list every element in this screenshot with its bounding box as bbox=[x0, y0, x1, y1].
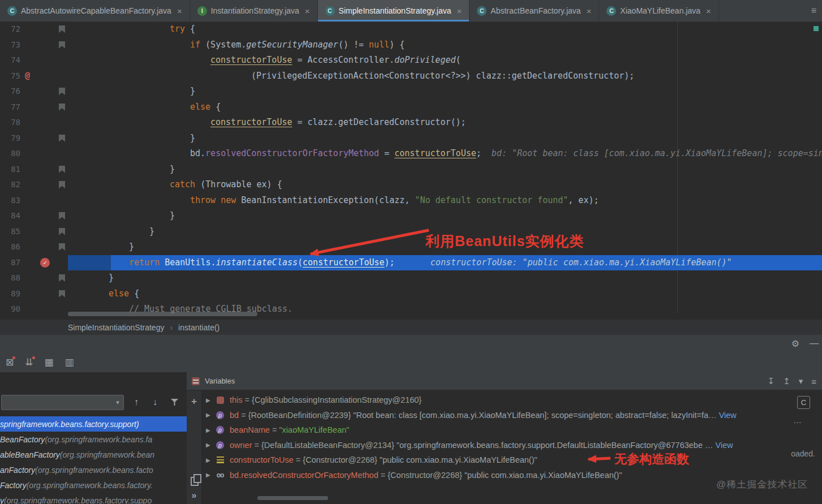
expand-arrow-icon[interactable]: ▶ bbox=[206, 397, 216, 403]
bookmark-icon[interactable] bbox=[59, 274, 65, 282]
bookmark-icon[interactable] bbox=[59, 228, 65, 235]
frame-row[interactable]: springframework.beans.factory.support) bbox=[0, 416, 187, 432]
code-line[interactable]: 72try { bbox=[0, 21, 822, 37]
close-tab-icon[interactable]: ⊠ bbox=[6, 357, 14, 367]
bookmark-icon[interactable] bbox=[59, 41, 65, 49]
expand-arrow-icon[interactable]: ▶ bbox=[206, 412, 216, 418]
line-number: 84 bbox=[0, 208, 20, 224]
frame-row[interactable]: ableBeanFactory (org.springframework.bea… bbox=[0, 447, 187, 462]
code-editor[interactable]: 72try {73if (System.getSecurityManager()… bbox=[0, 21, 822, 320]
gutter: 74 bbox=[0, 53, 68, 68]
breadcrumb-item[interactable]: instantiate() bbox=[178, 323, 220, 332]
code-line[interactable]: 73if (System.getSecurityManager() != nul… bbox=[0, 37, 822, 53]
breadcrumb-item[interactable]: SimpleInstantiationStrategy bbox=[68, 323, 164, 332]
step-filter-icon[interactable]: ⇊ bbox=[25, 357, 33, 367]
filter-icon[interactable] bbox=[171, 399, 178, 406]
code-line[interactable]: 84} bbox=[0, 208, 822, 224]
view-link[interactable]: View bbox=[716, 441, 733, 450]
add-watch-icon[interactable]: + bbox=[190, 396, 199, 407]
view-as-table-icon[interactable]: ▦ bbox=[45, 357, 54, 367]
bookmark-icon[interactable] bbox=[59, 290, 65, 298]
expand-arrow-icon[interactable]: ▶ bbox=[206, 472, 216, 478]
variable-text: bd = {RootBeanDefinition@2239} "Root bea… bbox=[230, 411, 737, 420]
code-line[interactable]: 90// Must generate CGLIB subclass. bbox=[0, 301, 822, 317]
code-line[interactable]: 86} bbox=[0, 239, 822, 255]
gutter: 85 bbox=[0, 224, 68, 240]
bookmark-icon[interactable] bbox=[59, 25, 65, 33]
gutter: 89 bbox=[0, 286, 68, 302]
close-icon[interactable]: × bbox=[706, 6, 711, 16]
code-line[interactable]: 78constructorToUse = clazz.getDeclaredCo… bbox=[0, 115, 822, 131]
variables-hscrollbar[interactable] bbox=[257, 496, 328, 500]
frame-row[interactable]: Factory (org.springframework.beans.facto… bbox=[0, 477, 187, 493]
code-line[interactable]: 76} bbox=[0, 84, 822, 100]
variable-row[interactable]: ▶this = {CglibSubclassingInstantiationSt… bbox=[201, 393, 822, 408]
frames-combobox[interactable]: ▾ bbox=[1, 395, 124, 410]
settings-gear-icon[interactable]: ⚙ bbox=[791, 338, 799, 349]
breakpoint-icon[interactable]: ✓ bbox=[40, 258, 50, 268]
code-text: constructorToUse = clazz.getDeclaredCons… bbox=[68, 115, 822, 131]
close-icon[interactable]: × bbox=[305, 6, 310, 16]
bookmark-icon[interactable] bbox=[59, 181, 65, 188]
bookmark-icon[interactable] bbox=[59, 166, 65, 173]
close-icon[interactable]: × bbox=[587, 6, 592, 16]
variable-row[interactable]: ▶pbd = {RootBeanDefinition@2239} "Root b… bbox=[201, 408, 822, 423]
code-line[interactable]: 74constructorToUse = AccessController.do… bbox=[0, 53, 822, 68]
editor-tab[interactable]: CXiaoMaYLifeBean.java× bbox=[599, 0, 718, 21]
bookmark-icon[interactable] bbox=[59, 212, 65, 219]
next-frame-icon[interactable]: ↓ bbox=[153, 396, 157, 408]
code-line[interactable]: 82catch (Throwable ex) { bbox=[0, 177, 822, 193]
gutter: 73 bbox=[0, 37, 68, 53]
menu-icon[interactable]: ≡ bbox=[811, 377, 816, 386]
ellipsis-icon[interactable]: … bbox=[793, 415, 802, 425]
layout-settings-icon[interactable]: ▥ bbox=[65, 357, 74, 367]
bookmark-icon[interactable] bbox=[59, 104, 65, 111]
chevron-down-icon[interactable]: ▾ bbox=[112, 399, 123, 406]
scroll-to-end-icon[interactable]: ↧ bbox=[768, 376, 775, 386]
variable-text: owner = {DefaultListableBeanFactory@2134… bbox=[230, 441, 733, 450]
param-icon: p bbox=[216, 441, 224, 449]
line-number: 76 bbox=[0, 84, 20, 100]
code-line[interactable]: 75@(PrivilegedExceptionAction<Constructo… bbox=[0, 68, 822, 84]
code-line[interactable]: 81} bbox=[0, 162, 822, 178]
param-icon: p bbox=[216, 426, 224, 434]
code-line[interactable]: 89else { bbox=[0, 286, 822, 302]
editor-tab[interactable]: CSimpleInstantiationStrategy.java× bbox=[318, 0, 470, 21]
view-link[interactable]: View bbox=[719, 411, 737, 420]
previous-frame-icon[interactable]: ↑ bbox=[134, 396, 139, 408]
editor-tab[interactable]: IInstantiationStrategy.java× bbox=[190, 0, 318, 21]
expand-arrow-icon[interactable]: ▶ bbox=[206, 457, 216, 463]
bookmark-icon[interactable] bbox=[59, 88, 65, 95]
code-line[interactable]: 79} bbox=[0, 131, 822, 147]
evaluate-type-icon[interactable]: C bbox=[797, 396, 810, 409]
bookmark-icon[interactable] bbox=[59, 243, 65, 251]
frame-row[interactable]: BeanFactory (org.springframework.beans.f… bbox=[0, 432, 187, 447]
jump-to-source-icon[interactable]: ↥ bbox=[783, 376, 790, 386]
editor-tab[interactable]: CAbstractBeanFactory.java× bbox=[470, 0, 599, 21]
line-number: 88 bbox=[0, 270, 20, 286]
code-line[interactable]: 87✓return BeanUtils.instantiateClass(con… bbox=[0, 255, 822, 271]
close-icon[interactable]: × bbox=[177, 6, 182, 16]
menu-arrow-icon[interactable]: ▾ bbox=[799, 376, 803, 386]
frame-row[interactable]: y (org.springframework.beans.factory.sup… bbox=[0, 493, 187, 504]
code-line[interactable]: 83throw new BeanInstantiationException(c… bbox=[0, 193, 822, 209]
hide-panel-icon[interactable]: — bbox=[810, 338, 819, 348]
expand-arrow-icon[interactable]: ▶ bbox=[206, 442, 216, 448]
variable-row[interactable]: ▶powner = {DefaultListableBeanFactory@21… bbox=[201, 438, 822, 453]
param-icon: p bbox=[216, 411, 224, 419]
expand-arrow-icon[interactable]: ▶ bbox=[206, 427, 216, 433]
code-line[interactable]: 80bd.resolvedConstructorOrFactoryMethod … bbox=[0, 146, 822, 162]
code-line[interactable]: 85} bbox=[0, 224, 822, 240]
frame-row[interactable]: anFactory (org.springframework.beans.fac… bbox=[0, 462, 187, 477]
close-icon[interactable]: × bbox=[457, 6, 462, 16]
editor-tab[interactable]: CAbstractAutowireCapableBeanFactory.java… bbox=[0, 0, 190, 21]
bookmark-icon[interactable] bbox=[59, 135, 65, 142]
variable-row[interactable]: ▶constructorToUse = {Constructor@2268} "… bbox=[201, 453, 822, 468]
code-line[interactable]: 77else { bbox=[0, 100, 822, 115]
tab-overflow-icon[interactable]: ≡ bbox=[811, 0, 816, 21]
more-actions-icon[interactable]: » bbox=[187, 490, 201, 501]
tab-strip: CAbstractAutowireCapableBeanFactory.java… bbox=[0, 0, 822, 21]
copy-icon[interactable] bbox=[191, 477, 199, 486]
variable-row[interactable]: ▶pbeanName = "xiaoMaYLifeBean" bbox=[201, 423, 822, 438]
code-line[interactable]: 88} bbox=[0, 270, 822, 286]
